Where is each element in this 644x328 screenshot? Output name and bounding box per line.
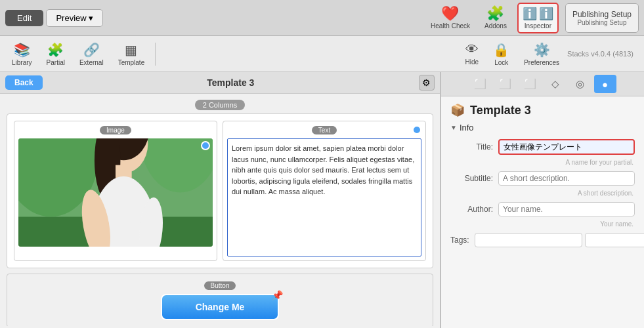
tags-input-2[interactable]: [585, 233, 644, 247]
two-columns-label-wrapper: 2 Columns: [7, 100, 433, 110]
subtitle-field-label: Subtitle:: [450, 174, 493, 183]
button-section: Button Change Me 📌: [7, 274, 433, 326]
lock-tool[interactable]: 🔒 Lock: [486, 39, 516, 69]
text-header: Text: [227, 125, 421, 134]
title-field-input[interactable]: [498, 139, 635, 155]
text-blue-dot: [412, 125, 421, 134]
publishing-setup-label2: Publishing Setup: [577, 19, 626, 26]
tags-inputs: [475, 233, 644, 247]
external-icon: 🔗: [83, 42, 100, 58]
health-check-button[interactable]: ❤️ Health Check: [427, 4, 474, 32]
subtitle-field-row: Subtitle:: [450, 171, 635, 186]
canvas-title: Template 3: [207, 77, 254, 88]
person-scene: [18, 138, 213, 247]
inspector-tab-1[interactable]: ⬜: [469, 75, 492, 93]
two-columns-block: Image: [7, 113, 433, 268]
info-toggle[interactable]: ▼ Info: [450, 123, 635, 133]
inspector-tab-bar: ⬜ ⬜ ⬜ ◇ ◎ ●: [441, 72, 644, 96]
tags-field-label: Tags:: [450, 236, 469, 245]
inspector-panel: ⬜ ⬜ ⬜ ◇ ◎ ● 📦 Template 3 ▼ Info Title: A…: [440, 72, 644, 328]
two-columns-label: 2 Columns: [195, 100, 246, 110]
image-header: Image: [18, 125, 213, 134]
top-bar-left: Edit Preview ▾: [5, 9, 424, 27]
image-placeholder: [18, 138, 213, 247]
preview-button[interactable]: Preview ▾: [46, 9, 103, 27]
cube-icon: 📦: [450, 103, 465, 117]
toolbar-separator: [155, 43, 156, 66]
info-section-label: Info: [460, 123, 474, 133]
author-hint: Your name.: [498, 220, 635, 228]
image-label: Image: [100, 126, 131, 134]
publishing-setup-button[interactable]: Publishing Setup Publishing Setup: [565, 3, 639, 33]
lorem-text: Lorem ipsum dolor sit amet, sapien plate…: [232, 144, 414, 195]
addons-label: Addons: [484, 22, 507, 30]
author-field-label: Author:: [450, 205, 493, 214]
publishing-setup-label: Publishing Setup: [572, 10, 632, 19]
triangle-icon: ▼: [450, 124, 457, 131]
template-label: Template: [118, 59, 145, 66]
top-bar: Edit Preview ▾ ❤️ Health Check 🧩 Addons …: [0, 0, 644, 36]
canvas-content: 2 Columns Image: [0, 94, 440, 326]
external-label: External: [79, 59, 104, 66]
lock-label: Lock: [494, 59, 508, 66]
author-field-input[interactable]: [498, 202, 635, 216]
tags-field-row: Tags:: [450, 233, 635, 247]
inspector-label: Inspector: [525, 22, 551, 30]
canvas-gear-button[interactable]: ⚙: [419, 75, 435, 91]
second-toolbar: 📚 Library 🧩 Partial 🔗 External ▦ Templat…: [0, 36, 644, 72]
inspector-tab-3[interactable]: ⬜: [519, 75, 542, 93]
partial-icon: 🧩: [47, 42, 64, 58]
back-button[interactable]: Back: [5, 75, 43, 90]
health-check-icon: ❤️: [441, 7, 459, 21]
template-icon: ▦: [125, 42, 137, 58]
preferences-label: Preferences: [524, 59, 559, 66]
inspector-button[interactable]: ℹ️ ℹ️ Inspector: [517, 3, 559, 33]
subtitle-field-input[interactable]: [498, 171, 635, 186]
tags-input-1[interactable]: [475, 233, 582, 247]
template-tool[interactable]: ▦ Template: [112, 39, 152, 69]
tool-right: 👁 Hide 🔒 Lock ⚙️ Preferences Stacks v4.0…: [459, 39, 639, 69]
canvas-toolbar: Back Template 3 ⚙: [0, 72, 440, 94]
title-field-row: Title:: [450, 139, 635, 155]
hide-tool[interactable]: 👁 Hide: [459, 39, 486, 68]
inspector-tab-5[interactable]: ◎: [569, 75, 591, 93]
partial-tool[interactable]: 🧩 Partial: [40, 39, 72, 69]
text-column: Text Lorem ipsum dolor sit amet, sapien …: [223, 121, 426, 261]
inspector-title: Template 3: [470, 104, 531, 117]
preferences-icon: ⚙️: [534, 42, 550, 58]
pin-icon: 📌: [272, 290, 283, 300]
text-label: Text: [312, 126, 337, 134]
main-area: Back Template 3 ⚙ 2 Columns Image: [0, 72, 644, 328]
info2-icon: ℹ️: [539, 7, 553, 21]
inspector-tab-4[interactable]: ◇: [544, 75, 567, 93]
subtitle-hint: A short description.: [498, 190, 635, 197]
partial-label: Partial: [47, 59, 65, 66]
preferences-tool[interactable]: ⚙️ Preferences: [517, 39, 566, 69]
editor-area: Back Template 3 ⚙ 2 Columns Image: [0, 72, 440, 328]
change-me-button[interactable]: Change Me 📌: [161, 294, 279, 320]
inspector-tab-2[interactable]: ⬜: [494, 75, 517, 93]
edit-button[interactable]: Edit: [5, 10, 43, 26]
inspector-tab-6[interactable]: ●: [594, 75, 616, 93]
info-icon: ℹ️: [523, 7, 537, 21]
title-field-label: Title:: [450, 142, 493, 152]
image-blue-dot: [201, 141, 210, 150]
hide-icon: 👁: [465, 42, 479, 57]
info-section: ▼ Info Title: A name for your partial. S…: [441, 123, 644, 251]
person-svg: [18, 138, 213, 247]
stacks-version: Stacks v4.0.4 (4813): [567, 50, 633, 58]
library-label: Library: [12, 59, 32, 66]
addons-icon: 🧩: [486, 7, 504, 21]
title-hint: A name for your partial.: [498, 159, 635, 166]
button-section-label-wrapper: Button: [14, 281, 426, 290]
image-column: Image: [14, 121, 217, 261]
external-tool[interactable]: 🔗 External: [73, 39, 110, 69]
lock-icon: 🔒: [493, 42, 509, 58]
text-block[interactable]: Lorem ipsum dolor sit amet, sapien plate…: [227, 138, 421, 256]
gear-icon: ⚙: [422, 77, 431, 88]
button-section-label: Button: [204, 281, 236, 290]
addons-button[interactable]: 🧩 Addons: [481, 4, 511, 32]
change-me-label: Change Me: [196, 302, 245, 312]
health-check-label: Health Check: [431, 22, 470, 30]
library-tool[interactable]: 📚 Library: [5, 39, 39, 69]
